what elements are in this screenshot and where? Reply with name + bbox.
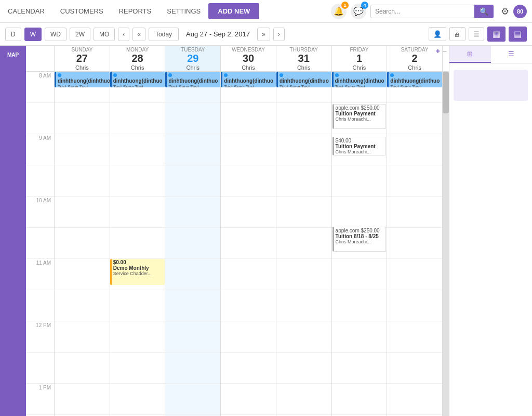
time-9am: 9 AM (26, 134, 54, 165)
day-header-1: FRIDAY 1 Chris (332, 46, 388, 71)
notification-icon-wrap[interactable]: 🔔 1 (331, 4, 347, 19)
day-col-29[interactable]: dinhthuong(dinthuo Test Servi Test Thuon… (165, 72, 221, 416)
event-sun-8am[interactable]: dinhthuong(dinhthuo Test Servi Test Thuo… (55, 72, 110, 87)
next-btn[interactable]: › (273, 28, 285, 41)
time-column: 8 AM 9 AM 10 AM 11 AM 12 PM 1 PM 2 PM 3 … (26, 72, 55, 416)
day-header-30: WEDNESDAY 30 Chris (221, 46, 276, 71)
list-view-btn[interactable]: ☰ (469, 27, 484, 41)
event-dot (113, 73, 117, 77)
search-input[interactable] (370, 5, 474, 18)
event-sat-8am[interactable]: dinhthuong(dinthuo Test Servi Test Thuon… (387, 72, 442, 87)
time-8am: 8 AM (26, 72, 54, 103)
chat-icon-wrap[interactable]: 💬 4 (351, 4, 366, 19)
day-name-28: MONDAY (126, 47, 149, 53)
nav-icons: 🔔 1 💬 4 🔍 ⚙ 80 (331, 4, 527, 19)
event-fri-tuition1[interactable]: apple.com $250.00 Tuition Payment Chris … (332, 104, 387, 129)
day-person-28: Chris (131, 64, 144, 71)
event-wed-8am[interactable]: dinhthuong(dinthuo Test Servi Test Thuon… (221, 72, 276, 87)
event-name: dinhthuong(dinhthuo (58, 78, 110, 84)
event-fri-tuition3[interactable]: apple.com $250.00 Tuition 8/18 - 8/25 Ch… (332, 227, 387, 252)
nav-links: CALENDAR CUSTOMERS REPORTS SETTINGS (5, 7, 203, 15)
day-col-2[interactable]: dinhthuong(dinthuo Test Servi Test Thuon… (387, 72, 443, 416)
map-label[interactable]: MAP (4, 50, 22, 60)
time-grid: 8 AM 9 AM 10 AM 11 AM 12 PM 1 PM 2 PM 3 … (26, 72, 449, 416)
scrollbar-thumb[interactable] (443, 72, 449, 113)
top-nav: CALENDAR CUSTOMERS REPORTS SETTINGS ADD … (0, 0, 532, 23)
event-tue-8am[interactable]: dinhthuong(dinthuo Test Servi Test Thuon… (165, 72, 220, 87)
event-mon-8am[interactable]: dinhthuong(dinthuo Test Servi Test Thuon… (110, 72, 165, 87)
event-fri-8am[interactable]: dinhthuong(dinthuo Test Servi Test Thuon… (332, 72, 387, 87)
day-person-1: Chris (353, 64, 366, 71)
toolbar: D W WD 2W MO ‹ « Today Aug 27 - Sep 2, 2… (0, 23, 532, 46)
search-button[interactable]: 🔍 (474, 5, 494, 18)
time-10-30 (26, 228, 54, 259)
prev-prev-btn[interactable]: « (132, 28, 145, 41)
day-col-1[interactable]: dinhthuong(dinthuo Test Servi Test Thuon… (332, 72, 388, 416)
event-mon-demo[interactable]: $0.00 Demo Monthly Service Chadder... (110, 259, 165, 285)
panel-list-btn[interactable]: ▤ (509, 27, 527, 42)
print-btn[interactable]: 🖨 (449, 27, 466, 41)
add-col-btn[interactable]: + (436, 47, 440, 55)
time-11-30 (26, 290, 54, 321)
day-person-31: Chris (297, 64, 311, 71)
day-headers: − SUNDAY 27 Chris MONDAY 28 Chris TUESDA… (26, 46, 449, 72)
day-person-30: Chris (242, 64, 255, 71)
event-fri-tuition2[interactable]: $40.00 Tuition Payment Chris Moreachi... (332, 137, 387, 155)
time-12-30 (26, 353, 54, 384)
view-workday-btn[interactable]: WD (45, 28, 66, 41)
view-week-btn[interactable]: W (24, 28, 42, 41)
event-sub: Service Chadder... (113, 271, 164, 276)
right-tab-list[interactable]: ☰ (491, 46, 533, 63)
time-12pm: 12 PM (26, 321, 54, 353)
day-person-27: Chris (75, 64, 89, 71)
day-num-30: 30 (243, 53, 254, 64)
prev-btn[interactable]: ‹ (118, 28, 129, 41)
view-day-btn[interactable]: D (5, 28, 21, 41)
toolbar-right: 👤 🖨 ☰ (429, 27, 484, 41)
nav-customers[interactable]: CUSTOMERS (58, 7, 106, 15)
event-thu-8am[interactable]: dinhthuong(dinthuo Test Servi Test Thuon… (276, 72, 331, 87)
day-num-1: 1 (356, 53, 362, 64)
day-name-27: SUNDAY (71, 47, 92, 53)
time-9-30 (26, 165, 54, 197)
day-person-29: Chris (186, 64, 200, 71)
day-name-30: WEDNESDAY (232, 47, 265, 53)
scrollbar-track[interactable] (443, 72, 449, 416)
day-header-28: MONDAY 28 Chris (110, 46, 166, 71)
settings-icon[interactable]: ⚙ (501, 6, 509, 17)
view-2week-btn[interactable]: 2W (70, 28, 90, 41)
view-month-btn[interactable]: MO (94, 28, 115, 41)
day-header-29: TUESDAY 29 Chris (165, 46, 221, 71)
calendar-grid: − SUNDAY 27 Chris MONDAY 28 Chris TUESDA… (26, 46, 449, 416)
add-new-button[interactable]: ADD NEW (208, 3, 259, 19)
time-8-30 (26, 103, 54, 134)
day-header-2: SATURDAY 2 Chris + (387, 46, 443, 71)
time-gutter-header: − (26, 46, 55, 71)
nav-reports[interactable]: REPORTS (116, 7, 154, 15)
right-tab-grid[interactable]: ⊞ (449, 46, 491, 63)
day-col-28[interactable]: dinhthuong(dinthuo Test Servi Test Thuon… (110, 72, 166, 416)
time-1pm: 1 PM (26, 384, 54, 415)
minus-col-btn[interactable]: − (443, 47, 447, 55)
person-view-btn[interactable]: 👤 (429, 27, 446, 41)
day-name-2: SATURDAY (401, 47, 429, 53)
day-col-30[interactable]: dinhthuong(dinthuo Test Servi Test Thuon… (221, 72, 276, 416)
next-next-btn[interactable]: » (257, 28, 270, 41)
day-num-28: 28 (131, 53, 143, 64)
event-name: dinhthuong(dinthuo (390, 78, 440, 84)
nav-settings[interactable]: SETTINGS (164, 7, 203, 15)
event-dot (224, 73, 228, 77)
search-wrap: 🔍 (370, 5, 494, 18)
nav-calendar[interactable]: CALENDAR (5, 7, 47, 15)
event-name: dinhthuong(dinthuo (280, 78, 329, 84)
right-panel: ⊞ ☰ (449, 46, 532, 416)
day-name-29: TUESDAY (181, 47, 205, 53)
day-col-31[interactable]: dinhthuong(dinthuo Test Servi Test Thuon… (276, 72, 332, 416)
panel-toggle-btn[interactable]: ▦ (487, 27, 506, 42)
event-name: dinhthuong(dinthuo (224, 78, 273, 84)
today-btn[interactable]: Today (149, 28, 179, 41)
day-col-27[interactable]: dinhthuong(dinhthuo Test Servi Test Thuo… (55, 72, 110, 416)
day-name-1: FRIDAY (350, 47, 368, 53)
mini-calendar (454, 70, 528, 101)
time-11am: 11 AM (26, 259, 54, 290)
